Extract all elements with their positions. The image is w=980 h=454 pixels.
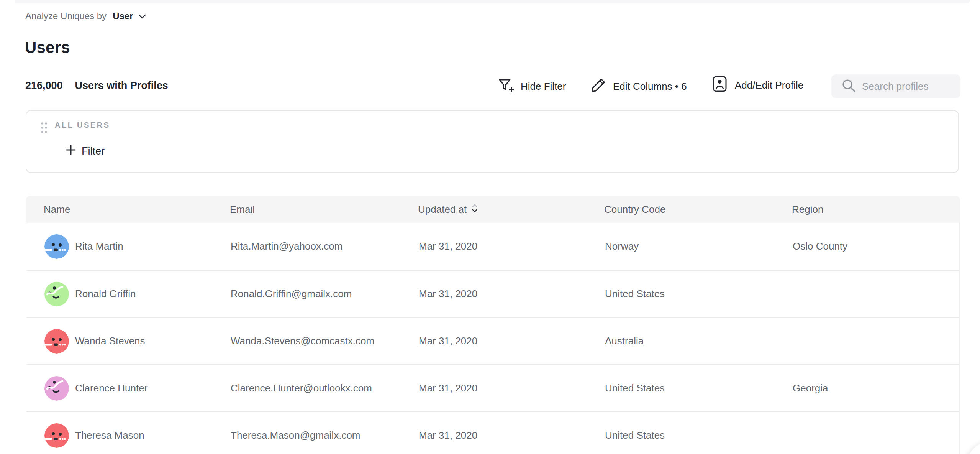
user-country-code: Norway	[605, 240, 793, 252]
name-cell: Rita Martin	[44, 234, 231, 259]
user-country-code: United States	[605, 288, 793, 300]
user-name: Rita Martin	[75, 240, 123, 252]
add-filter-label: Filter	[82, 145, 105, 157]
search-profiles-box[interactable]	[831, 74, 960, 98]
user-country-code: United States	[605, 382, 793, 394]
profiles-count-row: 216,000 Users with Profiles	[25, 80, 168, 92]
avatar	[44, 329, 69, 354]
analyze-uniques-row: Analyze Uniques by User	[25, 11, 146, 21]
hide-filter-button[interactable]: Hide Filter	[497, 76, 566, 96]
sort-icon	[471, 203, 478, 216]
analyze-by-value: User	[113, 11, 133, 21]
chevron-down-icon	[138, 11, 146, 21]
all-users-group-label: ALL USERS	[55, 121, 110, 130]
name-cell: Ronald Griffin	[44, 282, 231, 306]
edit-columns-button[interactable]: Edit Columns • 6	[590, 76, 687, 96]
pencil-icon	[590, 77, 607, 96]
column-header-name[interactable]: Name	[44, 204, 230, 215]
avatar	[44, 234, 69, 259]
user-updated-at: Mar 31, 2020	[419, 382, 605, 394]
user-email: Clarence.Hunter@outlookx.com	[231, 382, 419, 394]
name-cell: Wanda Stevens	[44, 329, 231, 354]
edit-columns-label: Edit Columns • 6	[613, 81, 687, 92]
help-bubble-button[interactable]	[966, 441, 980, 454]
user-updated-at: Mar 31, 2020	[419, 240, 605, 252]
user-country-code: Australia	[605, 335, 793, 347]
hide-filter-label: Hide Filter	[521, 81, 566, 92]
analyze-by-selector[interactable]: User	[113, 11, 146, 21]
name-cell: Theresa Mason	[44, 423, 231, 448]
search-profiles-input[interactable]	[857, 81, 960, 92]
funnel-plus-icon	[497, 76, 515, 97]
search-icon	[841, 77, 857, 95]
table-body: Rita Martin Rita.Martin@yahoox.com Mar 3…	[26, 223, 960, 454]
page-title: Users	[25, 38, 70, 57]
user-name: Theresa Mason	[75, 429, 144, 441]
user-name: Clarence Hunter	[75, 382, 147, 394]
add-edit-profile-label: Add/Edit Profile	[735, 79, 803, 91]
table-row[interactable]: Ronald Griffin Ronald.Griffin@gmailx.com…	[26, 270, 959, 317]
profiles-count-label: Users with Profiles	[75, 80, 168, 92]
table-row[interactable]: Rita Martin Rita.Martin@yahoox.com Mar 3…	[26, 223, 959, 270]
user-email: Ronald.Griffin@gmailx.com	[231, 288, 419, 300]
user-email: Wanda.Stevens@comcastx.com	[231, 335, 419, 347]
column-header-country-code[interactable]: Country Code	[604, 204, 792, 215]
filter-panel: ALL USERS Filter	[26, 110, 959, 173]
plus-icon	[66, 145, 76, 158]
add-filter-button[interactable]: Filter	[63, 142, 107, 160]
table-row[interactable]: Clarence Hunter Clarence.Hunter@outlookx…	[26, 364, 959, 411]
user-region: Georgia	[793, 382, 959, 394]
avatar	[44, 282, 69, 306]
name-cell: Clarence Hunter	[44, 376, 231, 401]
column-header-updated-at[interactable]: Updated at	[418, 203, 604, 216]
drag-handle-icon[interactable]	[39, 120, 49, 137]
profile-card-icon	[711, 75, 729, 95]
user-country-code: United States	[605, 429, 793, 441]
column-header-region[interactable]: Region	[792, 204, 960, 215]
user-region: Oslo County	[793, 240, 959, 252]
user-name: Ronald Griffin	[75, 288, 136, 300]
user-updated-at: Mar 31, 2020	[419, 429, 605, 441]
user-updated-at: Mar 31, 2020	[419, 335, 605, 347]
analyze-uniques-label: Analyze Uniques by	[25, 11, 107, 21]
users-table: Name Email Updated at Country Code Regio…	[26, 196, 960, 454]
user-updated-at: Mar 31, 2020	[419, 288, 605, 300]
user-email: Theresa.Mason@gmailx.com	[231, 429, 419, 441]
avatar	[44, 376, 69, 401]
user-email: Rita.Martin@yahoox.com	[231, 240, 419, 252]
table-row[interactable]: Theresa Mason Theresa.Mason@gmailx.com M…	[26, 411, 959, 454]
column-header-email[interactable]: Email	[230, 204, 418, 215]
table-row[interactable]: Wanda Stevens Wanda.Stevens@comcastx.com…	[26, 317, 959, 364]
profiles-count: 216,000	[25, 80, 63, 92]
top-edge-strip	[15, 0, 970, 3]
add-edit-profile-button[interactable]: Add/Edit Profile	[711, 75, 803, 95]
table-header: Name Email Updated at Country Code Regio…	[26, 196, 960, 223]
avatar	[44, 423, 69, 448]
user-name: Wanda Stevens	[75, 335, 145, 347]
